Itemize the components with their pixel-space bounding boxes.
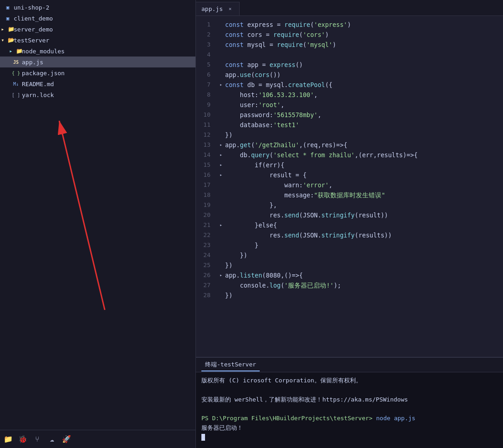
terminal-text: 安装最新的 werShell，了解新功能和改进！https://aka.ms/P… [201,396,408,403]
lock-file-icon: [ ] [12,91,20,99]
code-line-21: 21 ▸ }else{ [196,220,503,230]
sidebar-item-label: package.json [22,70,192,77]
code-line-22: 22 res.send(JSON.stringify(results)) [196,230,503,240]
sidebar: ▣ uni-shop-2 ▣ client_demo ▸ 📁 server_de… [0,0,196,448]
terminal-line-3: 安装最新的 werShell，了解新功能和改进！https://aka.ms/P… [201,395,498,405]
tab-close-button[interactable]: × [226,5,234,13]
sidebar-toolbar: 📁 🐞 ⑂ ☁ 🚀 [0,430,195,448]
code-line-28: 28 }) [196,290,503,300]
tab-label: app.js [201,5,223,12]
code-line-26: 26 ▸ app.listen(8080,()=>{ [196,270,503,280]
terminal-line-2 [201,386,498,395]
sidebar-item-packagejson[interactable]: { } package.json [0,67,195,78]
code-line-9: 9 user:'root', [196,100,503,110]
code-line-5: 5 const app = express() [196,60,503,70]
sidebar-item-client-demo[interactable]: ▣ client_demo [0,13,195,24]
deploy-toolbar-icon[interactable]: 🚀 [62,435,71,444]
terminal-cursor [201,433,498,443]
sidebar-item-label: client_demo [14,15,192,22]
sidebar-item-node-modules[interactable]: ▸ 📁 node_modules [0,46,195,57]
sidebar-item-label: README.md [22,81,192,88]
sidebar-item-label: server_demo [14,26,192,33]
folder-open-icon: ▾ 📂 [4,36,12,44]
code-line-24: 24 }) [196,250,503,260]
code-line-14: 14 ▸ db.query('select * from zhailu',(er… [196,150,503,160]
tab-appjs[interactable]: app.js × [196,2,240,15]
folder-icon: ▸ 📁 [12,47,20,55]
code-line-10: 10 password:'5615578mby', [196,110,503,120]
terminal-tab-label: 终端-testServer [205,361,256,368]
sidebar-item-readmemd[interactable]: M↓ README.md [0,78,195,89]
folder-icon: ▸ 📁 [4,25,12,33]
terminal-line-4 [201,404,498,414]
project-icon: ▣ [4,14,12,22]
code-line-25: 25 }) [196,260,503,270]
tab-bar: app.js × [196,0,503,16]
code-line-7: 7 ▸ const db = mysql.createPool({ [196,80,503,90]
code-line-2: 2 const cors = require('cors') [196,30,503,40]
project-icon: ▣ [4,3,12,11]
editor-area: app.js × 1 const express = require('expr… [196,0,503,357]
sidebar-item-label: uni-shop-2 [14,4,192,11]
code-line-19: 19 }, [196,200,503,210]
file-tree: ▣ uni-shop-2 ▣ client_demo ▸ 📁 server_de… [0,0,195,430]
code-line-27: 27 console.log('服务器已启动!'); [196,280,503,290]
code-line-1: 1 const express = require('express') [196,20,503,30]
json-file-icon: { } [12,69,20,77]
cloud-toolbar-icon[interactable]: ☁ [47,435,56,444]
sidebar-item-appjs[interactable]: JS app.js [0,57,195,67]
sidebar-item-label: testServer [14,37,192,44]
terminal-text: 服务器已启动！ [201,424,243,431]
sidebar-item-yarnlock[interactable]: [ ] yarn.lock [0,89,195,100]
code-line-23: 23 } [196,240,503,250]
code-line-18: 18 message:"获取数据库时发生错误" [196,190,503,200]
sidebar-item-uni-shop-2[interactable]: ▣ uni-shop-2 [0,2,195,13]
code-line-16: 16 ▸ result = { [196,170,503,180]
terminal-line-5: PS D:\Program Files\HBuilderProjects\tes… [201,414,498,423]
code-line-8: 8 host:'106.53.23.100', [196,90,503,100]
code-line-17: 17 warn:'error', [196,180,503,190]
git-toolbar-icon[interactable]: ⑂ [33,435,42,444]
sidebar-item-label: yarn.lock [22,92,192,98]
code-line-15: 15 ▸ if(err){ [196,160,503,170]
code-editor[interactable]: 1 const express = require('express') 2 c… [196,16,503,357]
sidebar-item-label: app.js [22,59,192,66]
terminal-content[interactable]: 版权所有 (C) icrosoft Corporation。保留所有权利。 安装… [196,372,503,448]
code-line-11: 11 database:'test1' [196,120,503,130]
code-line-12: 12 }) [196,130,503,140]
sidebar-item-testserver[interactable]: ▾ 📂 testServer [0,35,195,46]
folder-toolbar-icon[interactable]: 📁 [4,435,13,444]
code-line-6: 6 app.use(cors()) [196,70,503,80]
code-line-13: 13 ▸ app.get('/getZhailu',(req,res)=>{ [196,140,503,150]
bug-toolbar-icon[interactable]: 🐞 [18,435,27,444]
md-file-icon: M↓ [12,80,20,88]
terminal-tab-bar: 终端-testServer [196,358,503,372]
terminal-line-1: 版权所有 (C) icrosoft Corporation。保留所有权利。 [201,376,498,386]
terminal-tab[interactable]: 终端-testServer [201,359,260,371]
terminal-text: 版权所有 (C) icrosoft Corporation。保留所有权利。 [201,377,362,384]
terminal-section: 终端-testServer 版权所有 (C) icrosoft Corporat… [196,357,503,448]
code-line-4: 4 [196,50,503,60]
code-line-20: 20 res.send(JSON.stringify(result)) [196,210,503,220]
sidebar-item-server-demo[interactable]: ▸ 📁 server_demo [0,24,195,35]
js-file-icon: JS [12,58,20,66]
sidebar-item-label: node_modules [22,48,192,55]
code-line-3: 3 const mysql = require('mysql') [196,40,503,50]
terminal-line-6: 服务器已启动！ [201,423,498,433]
